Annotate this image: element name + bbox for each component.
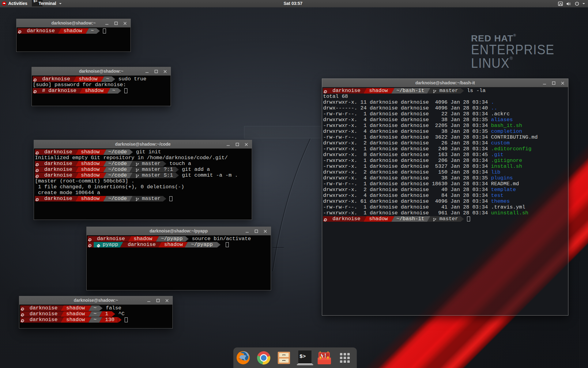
svg-text:$>: $> <box>300 354 306 359</box>
